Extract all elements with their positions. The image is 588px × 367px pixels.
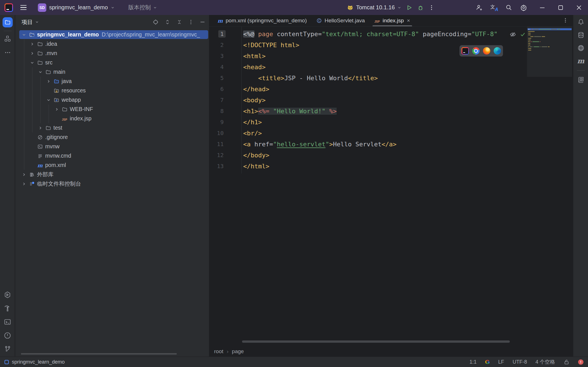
tree-item-springmvc_learn_demo[interactable]: springmvc_learn_demoD:\project\spring_mv… — [15, 30, 209, 39]
tree-item-test[interactable]: test — [15, 123, 209, 133]
chevron-spacer — [29, 144, 35, 149]
chevron-down-icon[interactable] — [21, 32, 27, 38]
chevron-down-icon[interactable] — [29, 60, 35, 66]
code-line-8[interactable]: 8<h1><%= "Hello World!" %> — [209, 106, 573, 117]
tree-item-_[interactable]: 外部库 — [15, 170, 209, 179]
file-encoding[interactable]: UTF-8 — [513, 359, 527, 365]
close-window-button[interactable] — [576, 4, 582, 11]
build-tool-button[interactable] — [4, 305, 11, 312]
hide-panel-button[interactable] — [199, 19, 206, 25]
tree-item-webapp[interactable]: webapp — [15, 95, 209, 105]
tree-item-_[interactable]: 临时文件和控制台 — [15, 179, 209, 188]
breadcrumb-separator-icon: › — [227, 348, 228, 355]
breadcrumb-page[interactable]: page — [232, 348, 244, 355]
chevron-right-icon[interactable] — [29, 41, 35, 47]
chevron-right-icon[interactable] — [46, 79, 51, 84]
code-line-3[interactable]: 3<html> — [209, 51, 573, 62]
editor-minimap[interactable] — [527, 27, 572, 77]
services-tool-button[interactable] — [4, 291, 11, 299]
indent-setting[interactable]: 4 个空格 — [535, 359, 555, 365]
tree-item-java[interactable]: java — [15, 77, 209, 86]
project-panel-hscrollbar[interactable] — [21, 353, 177, 355]
status-project-name[interactable]: springmvc_learn_demo — [12, 359, 65, 365]
code-line-11[interactable]: 11<a href="hello-servlet">Hello Servlet<… — [209, 139, 573, 150]
run-button[interactable] — [406, 4, 413, 11]
endpoints-globe-icon[interactable] — [577, 44, 585, 52]
locate-file-button[interactable] — [153, 19, 159, 25]
git-tool-button[interactable] — [4, 345, 11, 353]
chevron-right-icon[interactable] — [54, 107, 60, 112]
tree-item-mvnw[interactable]: mvnw — [15, 142, 209, 151]
problems-tool-button[interactable] — [4, 332, 11, 339]
panel-options-button[interactable] — [188, 19, 194, 25]
chevron-right-icon[interactable] — [21, 181, 27, 187]
code-with-me-button[interactable] — [475, 4, 483, 11]
tab-index.jsp[interactable]: JSPindex.jsp× — [370, 15, 415, 26]
tree-item-pom.xml[interactable]: mpom.xml — [15, 160, 209, 170]
database-tool-button[interactable] — [577, 31, 585, 39]
google-translate-icon[interactable]: G — [485, 359, 490, 365]
tree-item-.gitignore[interactable]: .gitignore — [15, 133, 209, 142]
error-indicator[interactable]: ! — [578, 359, 583, 365]
tree-item-.idea[interactable]: .idea — [15, 39, 209, 49]
code-editor[interactable]: 1<%@ page contentType="text/html; charse… — [209, 27, 573, 172]
tree-item-main[interactable]: main — [15, 67, 209, 77]
editor-hscrollbar[interactable] — [242, 340, 510, 343]
project-widget[interactable]: SD springmvc_learn_demo — [38, 3, 115, 12]
project-panel-title[interactable]: 项目 — [21, 18, 39, 26]
firefox-icon[interactable] — [483, 47, 490, 55]
close-tab-icon[interactable]: × — [407, 18, 410, 24]
settings-gear-icon[interactable] — [520, 4, 527, 11]
structure-tool-button[interactable] — [4, 35, 11, 42]
collapse-all-button[interactable] — [176, 19, 182, 25]
chevron-right-icon[interactable] — [29, 51, 35, 56]
caret-position[interactable]: 1:1 — [470, 359, 477, 365]
more-actions-button[interactable] — [428, 5, 435, 11]
chevron-right-icon[interactable] — [38, 125, 43, 131]
line-ending[interactable]: LF — [498, 359, 504, 365]
more-tool-windows-button[interactable] — [4, 49, 11, 56]
tab-HelloServlet.java[interactable]: CHelloServlet.java — [312, 15, 370, 26]
chevron-right-icon[interactable] — [21, 172, 27, 177]
tree-item-resources[interactable]: resources — [15, 86, 209, 95]
code-line-7[interactable]: 7<body> — [209, 95, 573, 106]
chevron-down-icon[interactable] — [46, 97, 51, 103]
notifications-bell-icon[interactable] — [577, 18, 585, 26]
tab-pom.xml_springmvc_learn_demo_[interactable]: mpom.xml (springmvc_learn_demo) — [213, 15, 312, 26]
no-problems-check-icon[interactable] — [520, 31, 526, 38]
breadcrumb-root[interactable]: root — [214, 348, 223, 355]
chevron-down-icon[interactable] — [38, 69, 43, 75]
highlighting-eye-off-icon[interactable] — [509, 31, 516, 38]
tree-item-index.jsp[interactable]: JSPindex.jsp — [15, 114, 209, 123]
minimize-button[interactable] — [539, 4, 546, 11]
chrome-icon[interactable] — [472, 47, 480, 55]
maven-tool-button[interactable]: m — [577, 57, 584, 65]
tree-item-src[interactable]: src — [15, 58, 209, 67]
search-everywhere-button[interactable] — [505, 4, 512, 11]
tree-item-WEB-INF[interactable]: WEB-INF — [15, 105, 209, 114]
code-line-10[interactable]: 10<br/> — [209, 128, 573, 139]
open-in-idea-icon[interactable] — [461, 47, 469, 55]
tree-item-mvnw.cmd[interactable]: mvnw.cmd — [15, 151, 209, 160]
main-menu-button[interactable] — [19, 4, 28, 11]
terminal-tool-button[interactable] — [4, 318, 11, 326]
code-line-12[interactable]: 12</body> — [209, 150, 573, 161]
run-configuration-selector[interactable]: Tomcat 10.1.16 — [347, 4, 401, 11]
code-line-4[interactable]: 4<head> — [209, 62, 573, 73]
vcs-widget[interactable]: 版本控制 — [128, 4, 157, 11]
tree-item-.mvn[interactable]: .mvn — [15, 49, 209, 58]
code-line-9[interactable]: 9</h1> — [209, 117, 573, 128]
edge-icon[interactable] — [494, 47, 501, 55]
maximize-button[interactable] — [557, 4, 564, 11]
expand-all-button[interactable] — [164, 19, 171, 25]
unlock-icon[interactable] — [563, 359, 570, 365]
debug-button[interactable] — [417, 4, 424, 11]
code-line-13[interactable]: 13</html> — [209, 161, 573, 172]
code-line-6[interactable]: 6</head> — [209, 84, 573, 95]
code-line-5[interactable]: 5 <title>JSP - Hello World</title> — [209, 73, 573, 84]
project-tool-button[interactable] — [3, 17, 13, 27]
documentation-book-icon[interactable]: A — [577, 76, 585, 84]
tab-list-button[interactable] — [562, 17, 569, 23]
translate-icon[interactable]: 文A — [490, 4, 498, 11]
code-line-2[interactable]: 2<!DOCTYPE html> — [209, 40, 573, 51]
